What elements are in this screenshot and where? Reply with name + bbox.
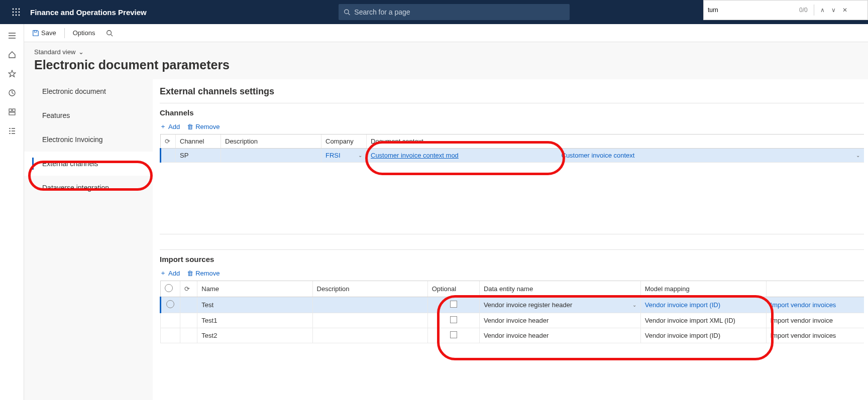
cell-name[interactable]: Test2 — [197, 328, 312, 343]
cell-channel[interactable]: SP — [176, 149, 221, 163]
sidebar-item-label: External channels — [42, 160, 98, 168]
svg-rect-14 — [9, 112, 15, 115]
cell-description[interactable] — [312, 328, 427, 343]
options-label: Options — [73, 29, 95, 37]
cell-company[interactable]: FRSI⌄ — [321, 149, 367, 163]
clock-icon[interactable] — [0, 83, 24, 102]
channels-actions: ＋Add 🗑Remove — [160, 122, 864, 131]
svg-point-6 — [13, 15, 14, 16]
chevron-down-icon: ⌄ — [853, 153, 860, 158]
section-title: External channels settings — [160, 86, 864, 97]
svg-point-2 — [19, 9, 20, 10]
col-company[interactable]: Company — [321, 135, 367, 149]
cell-entity[interactable]: Vendor invoice header — [479, 313, 640, 328]
options-button[interactable]: Options — [70, 27, 98, 39]
col-channel[interactable]: Channel — [176, 135, 221, 149]
cell-description[interactable] — [221, 149, 321, 163]
import-add-button[interactable]: ＋Add — [160, 269, 180, 278]
import-row[interactable]: Test1 Vendor invoice header Vendor invoi… — [161, 313, 864, 328]
col-name[interactable]: Name — [197, 281, 312, 297]
find-next-icon[interactable]: ∨ — [828, 7, 839, 14]
page-title: Electronic document parameters — [34, 58, 858, 72]
refresh-icon: ⟳ — [165, 138, 170, 145]
channels-add-button[interactable]: ＋Add — [160, 122, 180, 131]
search-icon — [344, 9, 350, 16]
cell-mapping[interactable]: Vendor invoice import XML (ID) — [640, 313, 766, 328]
cell-import[interactable]: Import vendor invoices — [766, 328, 864, 343]
cell-description[interactable] — [312, 297, 427, 313]
channels-title: Channels — [160, 108, 864, 117]
col-mapping[interactable]: Model mapping — [640, 281, 766, 297]
add-label: Add — [168, 123, 180, 130]
import-remove-button[interactable]: 🗑Remove — [187, 270, 220, 277]
chevron-down-icon: ⌄ — [629, 302, 636, 308]
sidebar-item-features[interactable]: Features — [24, 103, 153, 127]
app-launcher-icon[interactable] — [4, 0, 28, 24]
cell-name[interactable]: Test — [197, 297, 312, 313]
cell-doc-context-link[interactable]: Customer invoice context mod — [367, 149, 558, 163]
find-input[interactable] — [704, 5, 799, 16]
cell-optional[interactable] — [427, 313, 479, 328]
refresh-header[interactable]: ⟳ — [161, 135, 176, 149]
cell-mapping[interactable]: Vendor invoice import (ID) — [640, 297, 766, 313]
star-icon[interactable] — [0, 64, 24, 83]
svg-point-16 — [107, 30, 112, 35]
workspace-icon[interactable] — [0, 102, 24, 121]
main-content: External channels settings Channels ＋Add… — [153, 79, 868, 400]
cell-entity[interactable]: Vendor invoice header — [479, 328, 640, 343]
import-row[interactable]: Test Vendor invoice register header⌄ Ven… — [161, 297, 864, 313]
toolbar-search-icon[interactable] — [103, 28, 116, 39]
col-entity[interactable]: Data entity name — [479, 281, 640, 297]
modules-icon[interactable] — [0, 121, 24, 141]
select-all-icon[interactable] — [165, 284, 173, 292]
global-search-input[interactable] — [354, 8, 565, 16]
refresh-header[interactable]: ⟳ — [180, 281, 197, 297]
sidebar-item-external-channels[interactable]: External channels — [24, 152, 153, 176]
import-row[interactable]: Test2 Vendor invoice header Vendor invoi… — [161, 328, 864, 343]
channels-remove-button[interactable]: 🗑Remove — [187, 123, 220, 130]
view-selector[interactable]: Standard view ⌄ — [34, 48, 858, 56]
col-document-context[interactable]: Document context — [367, 135, 864, 149]
find-prev-icon[interactable]: ∧ — [817, 7, 828, 14]
svg-point-0 — [13, 9, 14, 10]
left-rail — [0, 24, 24, 400]
col-optional[interactable]: Optional — [427, 281, 479, 297]
find-close-icon[interactable]: ✕ — [839, 7, 850, 14]
col-import[interactable] — [766, 281, 864, 297]
sidebar-item-label: Dataverse integration — [42, 184, 109, 192]
cell-mapping[interactable]: Vendor invoice import (ID) — [640, 328, 766, 343]
hamburger-icon[interactable] — [0, 26, 24, 45]
cell-description[interactable] — [312, 313, 427, 328]
page-header: Standard view ⌄ Electronic document para… — [24, 42, 868, 75]
find-count: 0/0 — [799, 7, 808, 14]
sidebar-item-label: Features — [42, 111, 70, 119]
app-title: Finance and Operations Preview — [30, 8, 147, 17]
col-description[interactable]: Description — [221, 135, 321, 149]
save-button[interactable]: Save — [29, 27, 59, 39]
save-icon — [32, 30, 39, 37]
channels-row[interactable]: SP FRSI⌄ Customer invoice context mod Cu… — [161, 149, 864, 163]
chevron-down-icon: ⌄ — [78, 48, 84, 56]
side-nav: Electronic document Features Electronic … — [24, 79, 153, 400]
remove-label: Remove — [195, 123, 220, 130]
svg-line-17 — [111, 34, 113, 36]
sidebar-item-dataverse-integration[interactable]: Dataverse integration — [24, 176, 153, 200]
trash-icon: 🗑 — [187, 123, 193, 130]
home-icon[interactable] — [0, 45, 24, 64]
svg-line-10 — [348, 13, 350, 15]
row-select-header[interactable] — [161, 281, 180, 297]
sidebar-item-electronic-document[interactable]: Electronic document — [24, 79, 153, 103]
add-label: Add — [168, 270, 180, 277]
col-description[interactable]: Description — [312, 281, 427, 297]
row-select[interactable] — [161, 297, 180, 313]
cell-doc-context-select[interactable]: Customer invoice context⌄ — [558, 149, 864, 163]
cell-import[interactable]: Import vendor invoices — [766, 297, 864, 313]
cell-import[interactable]: Import vendor invoice — [766, 313, 864, 328]
cell-entity[interactable]: Vendor invoice register header⌄ — [479, 297, 640, 313]
cell-optional[interactable] — [427, 297, 479, 313]
cell-optional[interactable] — [427, 328, 479, 343]
cell-name[interactable]: Test1 — [197, 313, 312, 328]
svg-point-8 — [19, 15, 20, 16]
sidebar-item-electronic-invoicing[interactable]: Electronic Invoicing — [24, 127, 153, 152]
global-search[interactable] — [339, 4, 570, 20]
